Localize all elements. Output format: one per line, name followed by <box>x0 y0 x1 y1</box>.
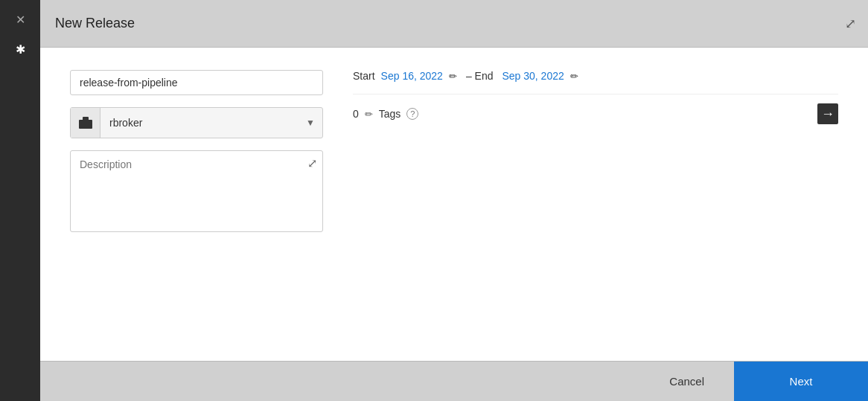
dialog-wrapper: New Release ⤢ rbroker ▼ ⤢ <box>40 0 868 401</box>
expand-dialog-icon[interactable]: ⤢ <box>845 16 856 32</box>
tags-edit-icon[interactable]: ✏ <box>365 109 373 120</box>
date-row: Start Sep 16, 2022 ✏ – End Sep 30, 2022 … <box>353 70 838 82</box>
sidebar: ✕ ✱ <box>0 0 40 401</box>
expand-textarea-icon[interactable]: ⤢ <box>307 156 317 170</box>
tags-label: Tags <box>379 108 401 120</box>
close-icon[interactable]: ✕ <box>7 6 33 33</box>
select-arrow-icon: ▼ <box>299 118 322 128</box>
tags-row: 0 ✏ Tags ? → <box>353 94 838 124</box>
description-wrapper: ⤢ <box>70 150 323 235</box>
svg-rect-1 <box>83 117 89 121</box>
end-date: Sep 30, 2022 <box>502 70 564 82</box>
project-select-wrapper: rbroker ▼ <box>70 107 323 138</box>
start-date: Sep 16, 2022 <box>381 70 443 82</box>
tags-help-icon[interactable]: ? <box>406 108 418 120</box>
asterisk-icon[interactable]: ✱ <box>7 36 33 62</box>
tags-arrow-button[interactable]: → <box>817 103 838 124</box>
right-panel: Start Sep 16, 2022 ✏ – End Sep 30, 2022 … <box>353 70 838 339</box>
cancel-button[interactable]: Cancel <box>639 362 734 402</box>
date-separator: – End <box>466 70 494 82</box>
tags-count: 0 <box>353 108 359 120</box>
project-select[interactable]: rbroker <box>100 111 299 135</box>
description-textarea[interactable] <box>70 150 323 232</box>
start-label: Start <box>353 70 375 82</box>
project-icon <box>71 108 100 138</box>
svg-rect-0 <box>79 120 92 129</box>
next-button[interactable]: Next <box>734 362 868 402</box>
dialog-footer: Cancel Next <box>40 361 868 401</box>
left-panel: rbroker ▼ ⤢ <box>70 70 323 339</box>
start-date-edit-icon[interactable]: ✏ <box>449 71 457 82</box>
dialog-title: New Release <box>55 16 135 31</box>
end-date-edit-icon[interactable]: ✏ <box>570 71 578 82</box>
dialog-body: rbroker ▼ ⤢ Start Sep 16, 2022 ✏ – End S… <box>40 48 868 361</box>
dialog-header: New Release ⤢ <box>40 0 868 48</box>
release-name-input[interactable] <box>70 70 323 95</box>
